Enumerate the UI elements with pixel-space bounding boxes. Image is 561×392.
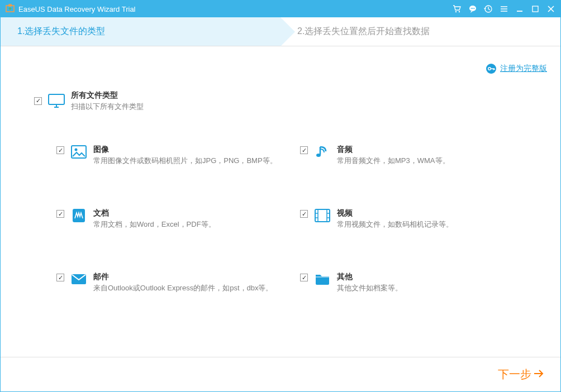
titlebar: EaseUS Data Recovery Wizard Trial [1, 1, 560, 17]
next-button[interactable]: 下一步 [498, 367, 544, 382]
checkbox-doc[interactable]: ✓ [56, 210, 64, 218]
document-icon [70, 208, 88, 223]
step-1[interactable]: 1.选择丢失文件的类型 [1, 17, 280, 46]
checkbox-email[interactable]: ✓ [56, 274, 64, 281]
monitor-icon [47, 93, 65, 109]
titlebar-buttons [452, 4, 556, 14]
type-video-desc: 常用视频文件，如数码相机记录等。 [337, 219, 453, 230]
checkbox-other[interactable]: ✓ [300, 274, 308, 281]
checkbox-audio[interactable]: ✓ [300, 146, 308, 154]
svg-rect-9 [533, 6, 538, 12]
next-button-label: 下一步 [498, 367, 531, 382]
type-other-title: 其他 [337, 271, 402, 283]
register-link: 注册为完整版 [486, 63, 547, 74]
type-image-desc: 常用图像文件或数码相机照片，如JPG，PNG，BMP等。 [93, 155, 277, 166]
type-item-image: ✓ 图像 常用图像文件或数码相机照片，如JPG，PNG，BMP等。 [56, 144, 283, 166]
chat-icon[interactable] [468, 4, 478, 14]
image-icon [70, 144, 88, 160]
step-2-label: 2.选择丢失位置然后开始查找数据 [297, 26, 430, 37]
content-area: 注册为完整版 ✓ 所有文件类型 扫描以下所有文件类型 ✓ 图像 常用图像文件或数… [1, 46, 560, 357]
type-doc-title: 文档 [93, 208, 216, 219]
type-audio-title: 音频 [337, 144, 450, 155]
all-types-desc: 扫描以下所有文件类型 [71, 101, 144, 112]
type-video-title: 视频 [337, 208, 453, 219]
video-icon [313, 208, 331, 223]
steps-bar: 1.选择丢失文件的类型 2.选择丢失位置然后开始查找数据 [1, 17, 560, 46]
step-1-label: 1.选择丢失文件的类型 [17, 26, 105, 37]
svg-rect-16 [73, 209, 85, 222]
svg-rect-17 [315, 209, 330, 222]
minimize-icon[interactable] [515, 4, 525, 14]
type-item-audio: ✓ 音频 常用音频文件，如MP3，WMA等。 [300, 144, 527, 166]
all-types-title: 所有文件类型 [71, 90, 144, 101]
audio-icon [313, 144, 331, 160]
type-item-email: ✓ 邮件 来自Outlook或Outlook Express的邮件，如pst，d… [56, 271, 283, 293]
svg-rect-13 [72, 146, 86, 158]
svg-rect-12 [49, 94, 64, 104]
cart-icon[interactable] [452, 4, 462, 14]
checkbox-video[interactable]: ✓ [300, 210, 308, 218]
type-item-other: ✓ 其他 其他文件如档案等。 [300, 271, 527, 293]
type-item-video: ✓ 视频 常用视频文件，如数码相机记录等。 [300, 208, 527, 230]
close-icon[interactable] [546, 4, 556, 14]
folder-icon [313, 271, 331, 287]
step-2: 2.选择丢失位置然后开始查找数据 [280, 17, 560, 46]
arrow-right-icon [534, 368, 544, 381]
all-types-row: ✓ 所有文件类型 扫描以下所有文件类型 [34, 90, 144, 112]
type-item-doc: ✓ 文档 常用文档，如Word，Excel，PDF等。 [56, 208, 283, 230]
email-icon [70, 271, 88, 287]
app-icon [5, 4, 15, 14]
type-doc-desc: 常用文档，如Word，Excel，PDF等。 [93, 219, 216, 230]
type-email-title: 邮件 [93, 271, 273, 283]
svg-point-3 [459, 11, 460, 12]
svg-point-6 [472, 8, 473, 9]
key-icon [486, 63, 497, 74]
type-email-desc: 来自Outlook或Outlook Express的邮件，如pst，dbx等。 [93, 283, 273, 294]
type-other-desc: 其他文件如档案等。 [337, 283, 402, 294]
checkbox-all-types[interactable]: ✓ [34, 97, 42, 105]
svg-point-14 [75, 149, 78, 151]
svg-point-7 [474, 8, 475, 9]
maximize-icon[interactable] [530, 4, 540, 14]
type-audio-desc: 常用音频文件，如MP3，WMA等。 [337, 155, 450, 166]
checkbox-image[interactable]: ✓ [56, 146, 64, 154]
svg-point-5 [471, 8, 472, 9]
menu-icon[interactable] [499, 4, 509, 14]
svg-point-2 [455, 11, 457, 12]
register-link-text[interactable]: 注册为完整版 [500, 64, 547, 74]
svg-point-15 [316, 154, 321, 157]
types-grid: ✓ 图像 常用图像文件或数码相机照片，如JPG，PNG，BMP等。 ✓ 音频 常… [56, 144, 527, 293]
window-title: EaseUS Data Recovery Wizard Trial [18, 5, 452, 13]
history-icon[interactable] [483, 4, 493, 14]
type-image-title: 图像 [93, 144, 277, 155]
footer: 下一步 [1, 357, 560, 391]
